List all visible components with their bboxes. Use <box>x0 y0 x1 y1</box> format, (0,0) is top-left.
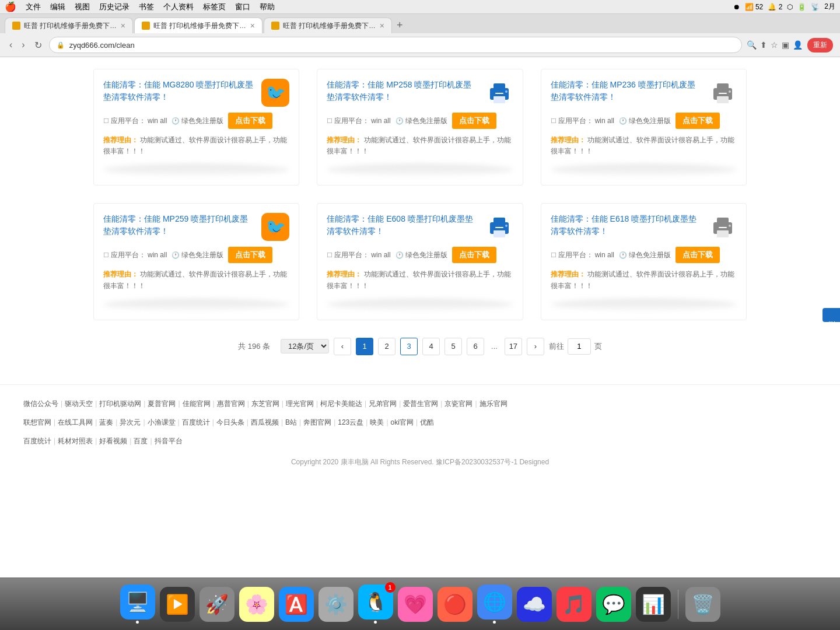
footer-separator: | <box>143 415 145 429</box>
card-header-2: 佳能清零：佳能 MP258 喷墨打印机废墨垫清零软件清零！ <box>327 79 513 107</box>
footer-link-抖音平台[interactable]: 抖音平台 <box>155 434 183 448</box>
footer-link-百度统计[interactable]: 百度统计 <box>182 415 210 429</box>
profile-icon[interactable]: 👤 <box>793 40 803 50</box>
platform-value-1: win all <box>148 117 167 125</box>
back-button[interactable]: ‹ <box>7 38 15 51</box>
card-header-6: 佳能清零：佳能 E618 喷墨打印机废墨垫清零软件清零！ <box>551 213 737 241</box>
clock-icon-5: 🕐 <box>396 251 404 259</box>
footer-link-理光官网[interactable]: 理光官网 <box>286 397 314 411</box>
version-value-4: 绿色免注册版 <box>181 250 223 260</box>
address-text: zyqd666.com/clean <box>69 41 734 50</box>
page-2-button[interactable]: 2 <box>378 338 396 355</box>
page-1-button[interactable]: 1 <box>356 338 373 355</box>
footer-link-在线工具网[interactable]: 在线工具网 <box>58 415 93 429</box>
share-icon[interactable]: ⬆ <box>760 40 767 50</box>
footer-link-微信公众号[interactable]: 微信公众号 <box>23 397 58 411</box>
tab-1-close[interactable]: × <box>121 21 125 30</box>
footer-link-异次元[interactable]: 异次元 <box>120 415 141 429</box>
footer-link-东芝官网[interactable]: 东芝官网 <box>251 397 279 411</box>
menu-tabs[interactable]: 标签页 <box>203 2 226 12</box>
tab-2[interactable]: 旺普 打印机维修手册免费下载 ... × <box>134 18 262 33</box>
side-float-button[interactable]: 侧边 <box>822 308 840 322</box>
sidebar-icon[interactable]: ▣ <box>782 40 789 50</box>
forward-button[interactable]: › <box>19 38 27 51</box>
footer: 微信公众号 | 驱动天空 | 打印机驱动网 | 夏普官网 | 佳能官网 | 惠普… <box>0 384 840 479</box>
card-title-6[interactable]: 佳能清零：佳能 E618 喷墨打印机废墨垫清零软件清零！ <box>551 213 703 237</box>
footer-separator: | <box>130 434 131 448</box>
prev-page-button[interactable]: ‹ <box>334 338 351 355</box>
card-header-1: 佳能清零：佳能 MG8280 喷墨打印机废墨垫清零软件清零！ 🐦 <box>103 79 289 107</box>
menu-help[interactable]: 帮助 <box>260 2 275 12</box>
footer-link-柯尼卡美能达[interactable]: 柯尼卡美能达 <box>320 397 362 411</box>
card-title-1[interactable]: 佳能清零：佳能 MG8280 喷墨打印机废墨垫清零软件清零！ <box>103 79 256 103</box>
bookmark-icon[interactable]: ☆ <box>771 40 778 50</box>
menu-bookmarks[interactable]: 书签 <box>139 2 154 12</box>
footer-link-今日头条[interactable]: 今日头条 <box>216 415 244 429</box>
menu-profile[interactable]: 个人资料 <box>163 2 194 12</box>
card-title-2[interactable]: 佳能清零：佳能 MP258 喷墨打印机废墨垫清零软件清零！ <box>327 79 479 103</box>
footer-link-西瓜视频[interactable]: 西瓜视频 <box>251 415 279 429</box>
download-btn-6[interactable]: 点击下载 <box>676 247 720 263</box>
tab-3-close[interactable]: × <box>380 21 384 30</box>
last-page-button[interactable]: 17 <box>505 338 522 355</box>
tab-2-close[interactable]: × <box>250 21 255 30</box>
footer-link-佳能官网[interactable]: 佳能官网 <box>183 397 211 411</box>
per-page-select[interactable]: 12条/页 <box>281 339 329 354</box>
new-tab-button[interactable]: + <box>393 18 407 33</box>
footer-link-惠普官网[interactable]: 惠普官网 <box>217 397 245 411</box>
footer-link-耗材对照表[interactable]: 耗材对照表 <box>58 434 93 448</box>
download-btn-3[interactable]: 点击下载 <box>676 113 720 129</box>
next-page-button[interactable]: › <box>527 338 544 355</box>
tab-3[interactable]: 旺普 打印机维修手册免费下载 ... × <box>264 18 392 33</box>
card-title-3[interactable]: 佳能清零：佳能 MP236 喷墨打印机废墨垫清零软件清零！ <box>551 79 703 103</box>
search-icon[interactable]: 🔍 <box>747 40 757 50</box>
download-btn-1[interactable]: 点击下载 <box>228 113 272 129</box>
footer-link-驱动天空[interactable]: 驱动天空 <box>65 397 93 411</box>
menu-file[interactable]: 文件 <box>26 2 41 12</box>
page-4-button[interactable]: 4 <box>422 338 440 355</box>
footer-link-百度统计[interactable]: 百度统计 <box>23 434 51 448</box>
footer-link-优酷[interactable]: 优酷 <box>420 415 434 429</box>
address-input[interactable]: 🔒 zyqd666.com/clean <box>49 37 742 53</box>
card-icon-1: 🐦 <box>261 79 289 107</box>
footer-link-小渔课堂[interactable]: 小渔课堂 <box>148 415 176 429</box>
tab-1[interactable]: 旺普 打印机维修手册免费下载 ... × <box>5 18 133 33</box>
footer-link-百度[interactable]: 百度 <box>134 434 148 448</box>
footer-link-奔图官网[interactable]: 奔图官网 <box>303 415 331 429</box>
page-6-button[interactable]: 6 <box>467 338 484 355</box>
menu-history[interactable]: 历史记录 <box>99 2 130 12</box>
download-btn-5[interactable]: 点击下载 <box>452 247 496 263</box>
footer-link-oki官网[interactable]: oki官网 <box>391 415 414 429</box>
footer-separator: | <box>178 397 180 411</box>
jump-label: 前往 <box>549 341 564 352</box>
footer-link-兄弟官网[interactable]: 兄弟官网 <box>369 397 397 411</box>
menu-window[interactable]: 窗口 <box>235 2 250 12</box>
platform-value-4: win all <box>148 251 167 259</box>
platform-label-4: ☐ 应用平台：win all <box>103 250 167 260</box>
footer-link-打印机驱动网[interactable]: 打印机驱动网 <box>99 397 141 411</box>
footer-link-B站[interactable]: B站 <box>285 415 297 429</box>
page-jump: 前往 页 <box>549 338 602 355</box>
apple-menu[interactable]: 🍎 <box>5 1 16 12</box>
footer-link-京瓷官网[interactable]: 京瓷官网 <box>444 397 473 411</box>
page-5-button[interactable]: 5 <box>444 338 462 355</box>
reload-button[interactable]: ↻ <box>32 38 44 52</box>
footer-link-夏普官网[interactable]: 夏普官网 <box>148 397 176 411</box>
profile-button[interactable]: 重新 <box>807 38 833 52</box>
footer-link-施乐官网[interactable]: 施乐官网 <box>480 397 508 411</box>
jump-input[interactable] <box>568 338 591 355</box>
download-btn-4[interactable]: 点击下载 <box>228 247 272 263</box>
footer-link-123云盘[interactable]: 123云盘 <box>338 415 363 429</box>
card-title-4[interactable]: 佳能清零：佳能 MP259 喷墨打印机废墨垫清零软件清零！ <box>103 213 256 237</box>
menu-view[interactable]: 视图 <box>75 2 90 12</box>
page-3-button[interactable]: 3 <box>400 338 418 355</box>
download-btn-2[interactable]: 点击下载 <box>452 113 496 129</box>
card-icon-5 <box>485 213 513 241</box>
footer-link-好看视频[interactable]: 好看视频 <box>99 434 127 448</box>
menu-edit[interactable]: 编辑 <box>50 2 65 12</box>
footer-link-映美[interactable]: 映美 <box>370 415 384 429</box>
footer-link-蓝奏[interactable]: 蓝奏 <box>99 415 113 429</box>
footer-link-联想官网[interactable]: 联想官网 <box>23 415 51 429</box>
footer-link-爱普生官网[interactable]: 爱普生官网 <box>403 397 438 411</box>
card-title-5[interactable]: 佳能清零：佳能 E608 喷墨打印机废墨垫清零软件清零！ <box>327 213 479 237</box>
